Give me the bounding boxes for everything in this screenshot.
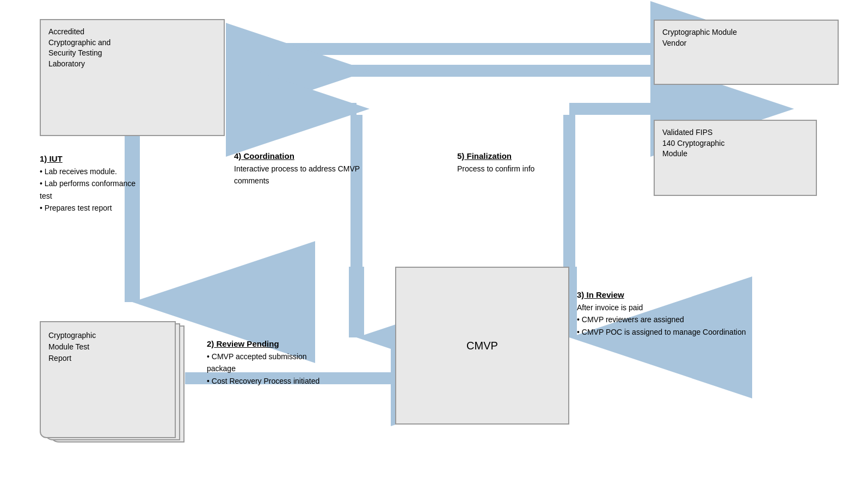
lab-box: Accredited Cryptographic and Security Te… bbox=[40, 19, 225, 136]
validated-box: Validated FIPS 140 Cryptographic Module bbox=[654, 120, 817, 196]
finalization-number: 5) bbox=[457, 151, 464, 161]
report-front: Cryptographic Module Test Report bbox=[40, 321, 176, 438]
lab-box-text: Accredited Cryptographic and Security Te… bbox=[48, 27, 110, 68]
inreview-bullet2: • CMVP POC is assigned to manage Coordin… bbox=[577, 326, 751, 338]
review-bullet1: • CMVP accepted submission package bbox=[207, 351, 337, 375]
inreview-number: 3) bbox=[577, 290, 584, 299]
iut-label: 1) IUT bbox=[40, 152, 149, 165]
finalization-desc: Process to confirm info bbox=[457, 163, 566, 175]
review-number: 2) bbox=[207, 339, 214, 348]
iut-bullet1: • Lab receives module. bbox=[40, 165, 149, 177]
inreview-bullet1: • CMVP reviewers are assigned bbox=[577, 314, 751, 325]
inreview-title: In Review bbox=[584, 290, 624, 299]
coordination-title: Coordination bbox=[241, 151, 294, 161]
coordination-desc: Interactive process to address CMVP comm… bbox=[234, 163, 365, 187]
review-label: 2) Review Pending bbox=[207, 337, 337, 351]
report-container: Cryptographic Module Test Report bbox=[40, 321, 181, 452]
finalization-label: 5) Finalization bbox=[457, 150, 566, 163]
review-title: Review Pending bbox=[214, 339, 279, 348]
coordination-number: 4) bbox=[234, 151, 241, 161]
inreview-intro: After invoice is paid bbox=[577, 302, 751, 314]
vendor-box-text: Cryptographic Module Vendor bbox=[662, 28, 737, 47]
iut-title: IUT bbox=[47, 154, 62, 163]
inreview-label: 3) In Review bbox=[577, 288, 751, 302]
vendor-box: Cryptographic Module Vendor bbox=[654, 20, 839, 85]
report-text: Cryptographic Module Test Report bbox=[48, 331, 96, 362]
validated-box-text: Validated FIPS 140 Cryptographic Module bbox=[662, 128, 724, 158]
review-bullet2: • Cost Recovery Process initiated bbox=[207, 375, 337, 387]
step-review-pending: 2) Review Pending • CMVP accepted submis… bbox=[207, 337, 337, 387]
step-finalization: 5) Finalization Process to confirm info bbox=[457, 150, 566, 175]
cmvp-box: CMVP bbox=[395, 267, 569, 425]
coordination-label: 4) Coordination bbox=[234, 150, 365, 163]
step-in-review: 3) In Review After invoice is paid • CMV… bbox=[577, 288, 751, 338]
diagram-container: Accredited Cryptographic and Security Te… bbox=[0, 0, 861, 504]
step-coordination: 4) Coordination Interactive process to a… bbox=[234, 150, 365, 187]
iut-bullet2: • Lab performs conformance test bbox=[40, 177, 149, 202]
cmvp-box-text: CMVP bbox=[466, 338, 498, 353]
iut-bullet3: • Prepares test report bbox=[40, 202, 149, 214]
step-iut: 1) IUT • Lab receives module. • Lab perf… bbox=[40, 152, 149, 214]
finalization-title: Finalization bbox=[464, 151, 512, 161]
iut-number: 1) bbox=[40, 154, 47, 163]
